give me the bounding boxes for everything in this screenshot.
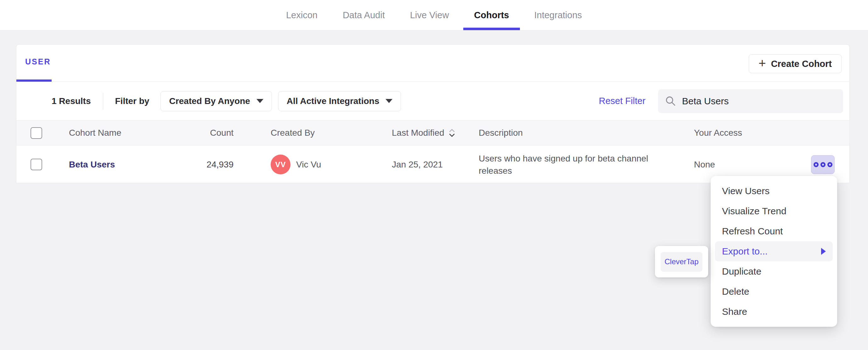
- cohort-type-tabbar: USER + Create Cohort: [17, 45, 849, 82]
- more-options-icon: [828, 162, 832, 167]
- menu-item-delete[interactable]: Delete: [711, 281, 837, 302]
- nav-tab-lexicon[interactable]: Lexicon: [275, 0, 328, 30]
- tab-user-underline: [17, 79, 52, 82]
- header-count: Count: [193, 128, 234, 138]
- nav-tab-integrations[interactable]: Integrations: [524, 0, 593, 30]
- header-your-access: Your Access: [693, 128, 849, 138]
- filter-by-label: Filter by: [115, 96, 150, 106]
- toolbar-divider: [103, 93, 103, 110]
- more-options-icon: [813, 162, 818, 167]
- row-last-modified: Jan 25, 2021: [366, 160, 476, 170]
- menu-item-view-users[interactable]: View Users: [711, 181, 837, 201]
- cohorts-panel: USER + Create Cohort 1 Results Filter by…: [16, 44, 850, 183]
- created-by-dropdown-value: Created By Anyone: [169, 96, 250, 106]
- row-access-cell: None: [693, 155, 849, 174]
- row-created-by: VV Vic Vu: [234, 154, 366, 174]
- cohorts-page: Lexicon Data Audit Live View Cohorts Int…: [0, 0, 868, 350]
- search-box: [658, 89, 843, 113]
- nav-tab-label: Lexicon: [286, 10, 317, 21]
- search-input[interactable]: [682, 96, 836, 106]
- create-cohort-button[interactable]: + Create Cohort: [749, 55, 842, 73]
- submenu-arrow-icon: [821, 248, 826, 255]
- row-count: 24,939: [193, 160, 234, 170]
- row-checkbox-cell: [17, 159, 54, 170]
- top-navigation: Lexicon Data Audit Live View Cohorts Int…: [0, 0, 868, 31]
- nav-tab-label: Integrations: [534, 10, 582, 21]
- description-text: Users who have signed up for beta channe…: [479, 152, 674, 177]
- create-cohort-label: Create Cohort: [771, 59, 832, 69]
- row-actions-button[interactable]: [811, 155, 835, 174]
- header-checkbox-cell: [17, 127, 54, 139]
- menu-item-visualize-trend[interactable]: Visualize Trend: [711, 201, 837, 221]
- export-to-label: Export to...: [722, 246, 768, 257]
- header-last-modified-label: Last Modified: [392, 128, 444, 138]
- nav-tab-label: Live View: [410, 10, 449, 21]
- menu-item-duplicate[interactable]: Duplicate: [711, 261, 837, 281]
- row-context-menu: View Users Visualize Trend Refresh Count…: [711, 176, 837, 327]
- plus-icon: +: [758, 57, 766, 69]
- nav-tab-label: Data Audit: [343, 10, 385, 21]
- integrations-dropdown[interactable]: All Active Integrations: [278, 91, 401, 111]
- chevron-down-icon: [385, 99, 393, 103]
- results-count: 1 Results: [52, 96, 91, 106]
- nav-tab-cohorts[interactable]: Cohorts: [463, 0, 520, 30]
- creator-name: Vic Vu: [296, 160, 321, 170]
- tab-user[interactable]: USER: [25, 57, 51, 66]
- toolbar-right: Reset Filter: [599, 89, 843, 113]
- header-last-modified: Last Modified: [366, 128, 476, 138]
- active-tab-underline: [463, 28, 520, 30]
- cohort-name-link[interactable]: Beta Users: [69, 160, 115, 169]
- header-description: Description: [476, 128, 693, 138]
- row-description: Users who have signed up for beta channe…: [476, 152, 693, 177]
- search-icon: [665, 96, 676, 107]
- toolbar-left: 1 Results Filter by Created By Anyone Al…: [52, 91, 407, 111]
- menu-item-refresh-count[interactable]: Refresh Count: [711, 221, 837, 241]
- select-all-checkbox[interactable]: [31, 127, 42, 139]
- nav-tab-live-view[interactable]: Live View: [399, 0, 460, 30]
- table-header: Cohort Name Count Created By Last Modifi…: [17, 120, 849, 145]
- more-options-icon: [820, 162, 826, 167]
- submenu-item-clevertap[interactable]: CleverTap: [660, 252, 703, 272]
- menu-item-export-to[interactable]: Export to...: [715, 241, 833, 261]
- menu-item-share[interactable]: Share: [711, 302, 837, 322]
- header-cohort-name: Cohort Name: [54, 128, 193, 138]
- reset-filter-link[interactable]: Reset Filter: [599, 96, 646, 106]
- nav-tab-label: Cohorts: [474, 10, 509, 21]
- header-created-by: Created By: [234, 128, 366, 138]
- sort-icon[interactable]: [448, 128, 456, 138]
- access-value: None: [694, 160, 715, 170]
- created-by-dropdown[interactable]: Created By Anyone: [160, 91, 272, 111]
- nav-tab-data-audit[interactable]: Data Audit: [332, 0, 396, 30]
- row-checkbox[interactable]: [31, 159, 42, 170]
- chevron-down-icon: [256, 99, 264, 103]
- filter-toolbar: 1 Results Filter by Created By Anyone Al…: [17, 82, 849, 120]
- row-name-cell: Beta Users: [54, 160, 193, 170]
- avatar: VV: [271, 154, 290, 174]
- integrations-dropdown-value: All Active Integrations: [287, 96, 379, 106]
- export-submenu: CleverTap: [655, 246, 708, 277]
